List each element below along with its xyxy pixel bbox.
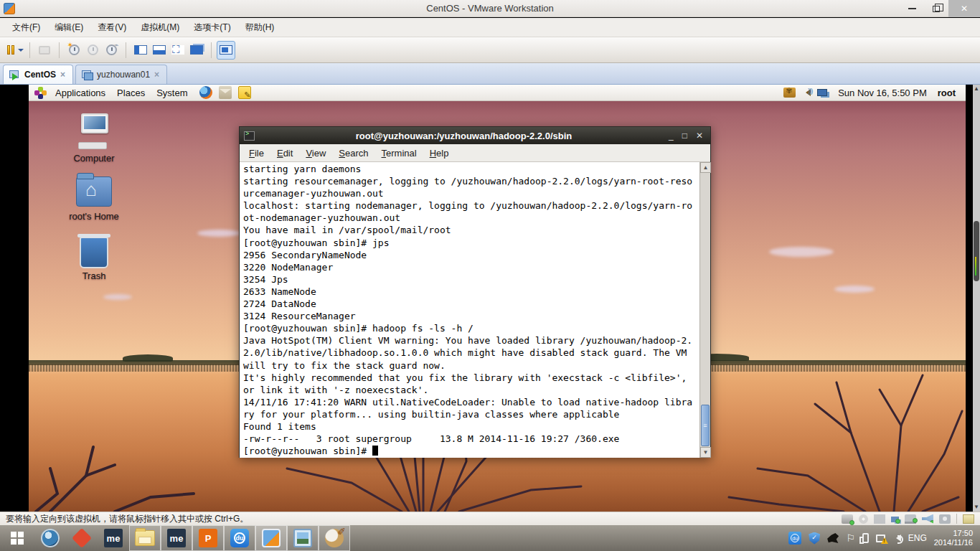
vmware-titlebar: CentOS - VMware Workstation: [0, 0, 980, 17]
minimize-button[interactable]: [900, 0, 924, 17]
tab-close-icon[interactable]: ×: [154, 70, 159, 80]
take-snapshot-button[interactable]: [65, 41, 83, 60]
taskbar-paint[interactable]: [319, 525, 350, 551]
menu-edit[interactable]: 编辑(E): [48, 19, 90, 37]
paint-icon: [325, 529, 344, 547]
close-button[interactable]: ✕: [948, 0, 980, 17]
usb-device-icon[interactable]: [939, 514, 951, 524]
terminal-menu-terminal[interactable]: Terminal: [377, 146, 422, 160]
taskbar-photo-viewer[interactable]: [287, 525, 319, 551]
send-ctrl-alt-del-button[interactable]: [35, 41, 54, 60]
network-device-icon[interactable]: [891, 517, 899, 522]
panel-clock[interactable]: Sun Nov 16, 5:50 PM: [834, 88, 931, 98]
terminal-titlebar[interactable]: root@yuzhouwan:/yuzhouwan/hadoop-2.2.0/s…: [240, 127, 710, 144]
terminal-scroll-thumb[interactable]: ≡: [701, 405, 710, 446]
menu-places[interactable]: Places: [111, 86, 151, 100]
terminal-line: starting resourcemanager, logging to /yu…: [243, 175, 699, 187]
tab-yuzhouwan01[interactable]: yuzhouwan01 ×: [75, 65, 167, 84]
revert-snapshot-button[interactable]: [83, 41, 102, 60]
power-pause-button[interactable]: [6, 41, 24, 60]
show-library-button[interactable]: [131, 41, 150, 60]
terminal-menu-help[interactable]: Help: [425, 146, 454, 160]
taskbar-markdownpad-running[interactable]: me: [161, 525, 192, 551]
desktop-icon-trash[interactable]: Trash: [55, 237, 133, 281]
email-launcher-icon[interactable]: [219, 86, 232, 99]
scroll-up-icon[interactable]: ▲: [973, 85, 980, 93]
manage-snapshots-button[interactable]: [102, 41, 121, 60]
desktop-icon-home[interactable]: root's Home: [55, 176, 133, 222]
system-tray: du ⚐ ENG 17:50 2014/11/16: [788, 529, 980, 547]
menu-file[interactable]: 文件(F): [6, 19, 47, 37]
menu-system[interactable]: System: [151, 86, 193, 100]
menu-tabs[interactable]: 选项卡(T): [187, 19, 237, 37]
scroll-down-icon[interactable]: ▼: [700, 447, 711, 458]
terminal-line: Java HotSpot(TM) Client VM warning: You …: [243, 334, 699, 347]
menu-vm[interactable]: 虚拟机(M): [134, 19, 186, 37]
terminal-line: 14/11/16 17:41:20 WARN util.NativeCodeLo…: [243, 396, 699, 408]
terminal-close-button[interactable]: ✕: [696, 131, 703, 141]
tab-close-icon[interactable]: ×: [60, 70, 65, 80]
cdrom-device-icon[interactable]: [859, 514, 868, 524]
scroll-up-icon[interactable]: ▲: [700, 162, 711, 173]
windows-taskbar: me me P du du ⚐ ENG 17:50 2014/11/16: [0, 525, 980, 551]
panel-username[interactable]: root: [938, 88, 958, 98]
message-log-icon[interactable]: [963, 514, 974, 524]
tab-centos[interactable]: CentOS ×: [3, 65, 73, 84]
console-view-button[interactable]: [150, 41, 169, 60]
unity-mode-button[interactable]: [187, 41, 206, 60]
vmware-view-scrollbar[interactable]: ▲ ▼: [973, 85, 980, 512]
harddisk-device-icon[interactable]: [842, 514, 853, 524]
restore-button[interactable]: [924, 0, 948, 17]
cloud: [769, 247, 834, 257]
tray-clock[interactable]: 17:50 2014/11/16: [934, 529, 973, 547]
tray-date: 2014/11/16: [934, 538, 973, 547]
tray-language-indicator[interactable]: ENG: [908, 533, 927, 543]
terminal-line: [root@yuzhouwan sbin]# jps: [243, 237, 699, 249]
terminal-body[interactable]: starting yarn daemons starting resourcem…: [240, 162, 710, 458]
centos-menu-icon[interactable]: [34, 87, 47, 99]
menu-applications[interactable]: Applications: [50, 86, 111, 100]
taskbar-sourcetree[interactable]: [34, 525, 66, 551]
taskbar-markdownpad[interactable]: me: [98, 525, 129, 551]
taskbar-baidu-music[interactable]: du: [224, 525, 255, 551]
network-icon[interactable]: [817, 89, 827, 96]
desktop-icon-computer[interactable]: Computer: [55, 113, 133, 164]
tray-baidu-music-icon[interactable]: du: [788, 532, 801, 545]
start-button[interactable]: [0, 525, 34, 551]
menu-help[interactable]: 帮助(H): [239, 19, 281, 37]
fullscreen-button[interactable]: [169, 41, 187, 60]
firefox-launcher-icon[interactable]: [199, 86, 212, 99]
taskbar-vmware[interactable]: [255, 525, 287, 551]
vmware-scroll-thumb[interactable]: [974, 221, 979, 281]
taskbar-wps-presentation[interactable]: P: [192, 525, 224, 551]
tray-time: 17:50: [934, 529, 973, 538]
terminal-menu-file[interactable]: File: [244, 146, 269, 160]
printer-device-icon[interactable]: [905, 514, 916, 524]
package-updater-icon[interactable]: [783, 88, 796, 98]
tray-power-icon[interactable]: [862, 533, 869, 543]
terminal-menu-view[interactable]: View: [301, 146, 331, 160]
tray-volume-icon[interactable]: [892, 534, 901, 542]
tray-security-shield-icon[interactable]: [809, 532, 820, 545]
scroll-down-icon[interactable]: ▼: [973, 503, 980, 512]
terminal-maximize-button[interactable]: □: [682, 131, 687, 141]
terminal-minimize-button[interactable]: _: [669, 131, 674, 141]
floppy-device-icon[interactable]: [874, 514, 885, 524]
terminal-menu-search[interactable]: Search: [334, 146, 373, 160]
tray-app-icon[interactable]: [827, 533, 839, 543]
terminal-line: localhost: starting nodemanager, logging…: [243, 199, 699, 212]
terminal-menu-edit[interactable]: Edit: [272, 146, 298, 160]
thumbnail-bar-button[interactable]: [217, 41, 235, 60]
cloud: [834, 286, 875, 293]
menu-view[interactable]: 查看(V): [91, 19, 133, 37]
sound-device-icon[interactable]: [922, 514, 933, 524]
terminal-scrollbar[interactable]: ▲ ≡ ▼: [699, 162, 710, 458]
taskbar-file-explorer[interactable]: [129, 525, 161, 551]
text-editor-launcher-icon[interactable]: [238, 86, 251, 99]
volume-icon[interactable]: [802, 89, 811, 96]
tray-network-warning-icon[interactable]: [876, 534, 885, 542]
tray-action-center-icon[interactable]: ⚐: [846, 532, 855, 544]
taskbar-git[interactable]: [66, 525, 98, 551]
git-icon: [72, 528, 92, 548]
power-dropdown-arrow[interactable]: [18, 49, 24, 55]
